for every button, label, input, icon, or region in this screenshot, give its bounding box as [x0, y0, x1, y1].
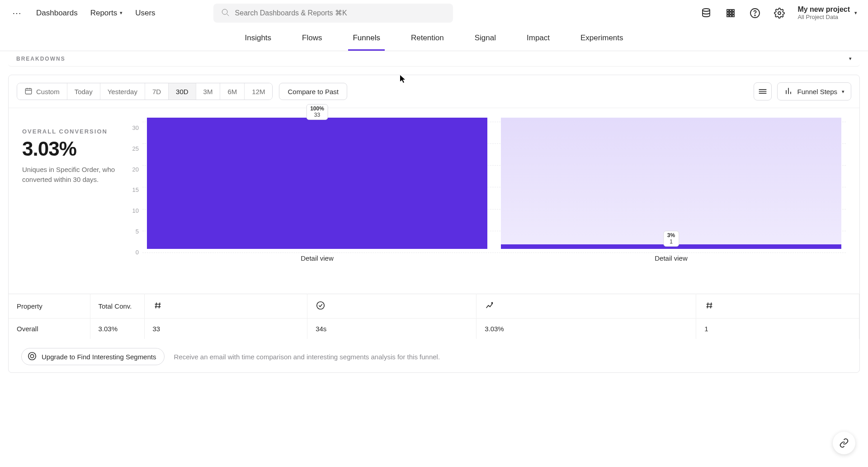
y-tick: 25 [132, 145, 139, 152]
bar-fg: 100% 33 [147, 118, 487, 249]
summary-value: 3.03% [22, 138, 126, 160]
chart-type-label: Funnel Steps [797, 88, 837, 95]
primary-nav: Dashboards Reports ▾ Users [36, 9, 156, 18]
svg-point-2 [703, 9, 710, 11]
settings-gear-icon[interactable] [773, 7, 786, 19]
svg-point-29 [317, 302, 325, 310]
table-header-row: Property Total Conv. [9, 294, 859, 319]
bar-bg [501, 118, 841, 249]
apps-grid-icon[interactable] [724, 7, 737, 19]
help-icon[interactable] [749, 7, 761, 19]
range-6m[interactable]: 6M [220, 83, 245, 100]
breakdowns-label: BREAKDOWNS [16, 56, 66, 62]
list-view-toggle[interactable] [754, 82, 772, 100]
summary-desc: Uniques in Specific Order, who converted… [22, 165, 126, 185]
range-yesterday[interactable]: Yesterday [100, 83, 145, 100]
bar-tip-pct: 100% [310, 105, 324, 112]
bar-label: Detail view [655, 254, 688, 262]
range-12m[interactable]: 12M [245, 83, 272, 100]
svg-line-27 [156, 303, 156, 309]
y-tick: 10 [132, 207, 139, 214]
subnav-funnels[interactable]: Funnels [348, 26, 384, 51]
upgrade-segments-button[interactable]: Upgrade to Find Interesting Segments [21, 348, 165, 365]
nav-reports[interactable]: Reports ▾ [90, 9, 123, 18]
subnav-impact[interactable]: Impact [522, 26, 554, 51]
bar-tooltip: 100% 33 [306, 104, 328, 120]
subnav-retention[interactable]: Retention [406, 26, 448, 51]
svg-rect-6 [727, 12, 729, 14]
project-picker[interactable]: My new project All Project Data ▾ [797, 5, 857, 21]
svg-rect-15 [25, 88, 32, 94]
bar-fg: 3% 1 [501, 244, 841, 249]
y-tick: 0 [136, 249, 139, 256]
nav-dashboards[interactable]: Dashboards [36, 9, 78, 18]
th-total-conv[interactable]: Total Conv. [90, 294, 144, 319]
y-tick: 5 [136, 228, 139, 235]
compare-to-past-button[interactable]: Compare to Past [279, 83, 347, 100]
range-today[interactable]: Today [67, 83, 100, 100]
svg-rect-11 [732, 15, 734, 17]
svg-line-33 [708, 303, 708, 309]
project-name: My new project [797, 5, 850, 14]
subnav-experiments[interactable]: Experiments [576, 26, 627, 51]
project-text: My new project All Project Data [797, 5, 850, 21]
svg-rect-7 [730, 12, 731, 14]
th-rate[interactable] [476, 294, 696, 319]
database-icon[interactable] [700, 7, 712, 19]
range-custom-label: Custom [36, 88, 60, 95]
project-sub: All Project Data [797, 14, 850, 21]
range-30d[interactable]: 30D [169, 83, 196, 100]
svg-point-36 [30, 354, 33, 357]
range-7d[interactable]: 7D [145, 83, 169, 100]
trend-percent-icon [485, 304, 495, 312]
breakdowns-row[interactable]: BREAKDOWNS ▾ [8, 51, 860, 67]
th-count-1[interactable] [144, 294, 307, 319]
bar-chart-icon [784, 86, 793, 97]
chevron-down-icon: ▾ [849, 56, 852, 62]
svg-rect-3 [727, 10, 729, 11]
search-bar[interactable] [213, 4, 453, 23]
chart-area: OVERALL CONVERSION 3.03% Uniques in Spec… [9, 108, 859, 294]
y-axis: 30 25 20 15 10 5 0 [126, 124, 142, 256]
th-time[interactable] [307, 294, 476, 319]
th-count-2[interactable] [696, 294, 859, 319]
cell-count-2: 1 [696, 319, 859, 339]
chart-type-dropdown[interactable]: Funnel Steps ▾ [777, 82, 851, 100]
nav-reports-label: Reports [90, 9, 118, 18]
search-input[interactable] [235, 9, 446, 17]
search-icon [221, 8, 230, 19]
plot-column: 30 25 20 15 10 5 0 [126, 122, 846, 286]
svg-point-14 [778, 12, 781, 14]
funnel-card: Custom Today Yesterday 7D 30D 3M 6M 12M … [8, 75, 860, 373]
th-property[interactable]: Property [9, 294, 90, 319]
nav-users[interactable]: Users [135, 9, 155, 18]
cell-total-conv: 3.03% [90, 319, 144, 339]
bars-wrap: 100% 33 Detail view 3% [142, 122, 846, 262]
svg-rect-4 [730, 10, 731, 11]
funnel-step-1[interactable]: 100% 33 Detail view [147, 118, 487, 262]
y-tick: 15 [132, 186, 139, 193]
checkmark-circle-icon [316, 304, 326, 312]
cell-property: Overall [9, 319, 90, 339]
date-range-group: Custom Today Yesterday 7D 30D 3M 6M 12M [17, 83, 273, 100]
svg-point-0 [222, 9, 227, 14]
app-menu-icon[interactable]: ⋯ [11, 7, 24, 19]
svg-rect-10 [730, 15, 731, 17]
range-custom[interactable]: Custom [17, 83, 67, 100]
funnel-step-2[interactable]: 3% 1 Detail view [501, 118, 841, 262]
subnav-flows[interactable]: Flows [297, 26, 326, 51]
chevron-down-icon: ▾ [854, 10, 857, 16]
svg-line-28 [159, 303, 160, 309]
target-icon [27, 351, 37, 362]
subnav-signal[interactable]: Signal [470, 26, 500, 51]
svg-point-35 [28, 352, 36, 360]
report-subnav: Insights Flows Funnels Retention Signal … [0, 26, 868, 51]
subnav-insights[interactable]: Insights [240, 26, 276, 51]
hash-icon [153, 304, 163, 312]
table-row[interactable]: Overall 3.03% 33 34s 3.03% 1 [9, 319, 859, 339]
upsell-row: Upgrade to Find Interesting Segments Rec… [21, 343, 847, 372]
range-3m[interactable]: 3M [196, 83, 221, 100]
copy-link-button[interactable] [833, 432, 855, 454]
bar-tip-n: 33 [310, 112, 324, 118]
funnel-table: Property Total Conv. [9, 294, 859, 339]
